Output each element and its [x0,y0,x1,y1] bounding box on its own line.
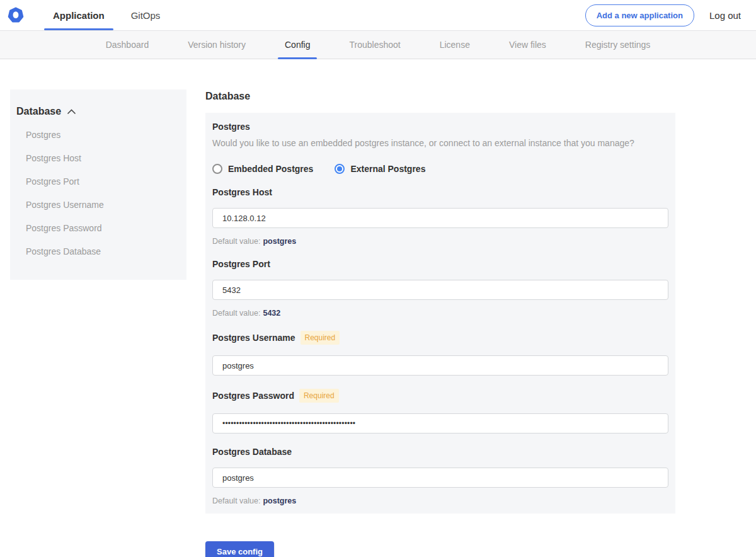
postgres-username-input[interactable] [212,355,668,376]
postgres-password-input[interactable] [212,413,668,434]
top-bar: ApplicationGitOps Add a new application … [0,0,756,30]
sidebar-group-database[interactable]: Database [16,103,180,123]
sidebar-item-postgres-host[interactable]: Postgres Host [16,147,180,170]
sidebar-item-postgres-password[interactable]: Postgres Password [16,217,180,240]
field-postgres: PostgresWould you like to use an embedde… [212,122,668,174]
logout-link[interactable]: Log out [709,10,741,21]
radio-group: Embedded PostgresExternal Postgres [212,164,668,174]
default-value-prefix: Default value: [212,309,260,318]
add-new-application-button[interactable]: Add a new application [585,4,694,26]
sidebar-item-postgres-username[interactable]: Postgres Username [16,193,180,217]
required-badge: Required [301,331,340,345]
sidebar-item-postgres[interactable]: Postgres [16,123,180,147]
config-sidebar: Database PostgresPostgres HostPostgres P… [10,89,186,280]
default-value-line: Default value:5432 [212,309,668,318]
postgres-database-input[interactable] [212,468,668,488]
required-badge: Required [299,389,339,403]
top-tab-gitops[interactable]: GitOps [122,0,169,30]
field-label: Postgres Host [212,187,272,197]
field-label-row: Postgres Database [212,447,668,457]
field-postgres-password: Postgres PasswordRequired [212,389,668,434]
field-label-row: Postgres [212,122,668,132]
default-value-line: Default value:postgres [212,237,668,246]
radio-option-external-postgres[interactable]: External Postgres [335,164,425,174]
field-label: Postgres [212,122,250,132]
postgres-port-input[interactable] [212,280,668,300]
default-value-prefix: Default value: [212,497,260,505]
field-postgres-host: Postgres HostDefault value:postgres [212,187,668,246]
field-label: Postgres Port [212,259,270,269]
field-postgres-username: Postgres UsernameRequired [212,331,668,376]
field-postgres-port: Postgres PortDefault value:5432 [212,259,668,318]
field-label: Postgres Password [212,391,294,401]
radio-option-label: Embedded Postgres [228,164,313,174]
subnav-tab-config[interactable]: Config [285,31,310,59]
field-label-row: Postgres Port [212,259,668,269]
field-label: Postgres Username [212,333,295,343]
field-help-text: Would you like to use an embedded postgr… [212,138,668,148]
chevron-up-icon [67,106,76,117]
app-logo-icon [8,7,24,23]
radio-option-embedded-postgres[interactable]: Embedded Postgres [212,164,313,174]
sidebar-group-title: Database [16,106,61,117]
field-label-row: Postgres UsernameRequired [212,331,668,345]
radio-selected-icon [335,164,345,174]
sidebar-item-list: PostgresPostgres HostPostgres PortPostgr… [16,123,180,263]
section-title: Database [205,91,675,102]
sidebar-item-postgres-database[interactable]: Postgres Database [16,240,180,263]
default-value: 5432 [263,309,280,318]
top-tab-application[interactable]: Application [44,0,113,30]
subnav-tab-dashboard[interactable]: Dashboard [106,31,149,59]
postgres-host-input[interactable] [212,208,668,228]
sidebar-item-postgres-port[interactable]: Postgres Port [16,170,180,193]
subnav-tab-version-history[interactable]: Version history [188,31,246,59]
radio-unselected-icon [212,164,222,174]
subnav-tabs: DashboardVersion historyConfigTroublesho… [106,31,651,59]
field-label: Postgres Database [212,447,292,457]
app-subnav: DashboardVersion historyConfigTroublesho… [0,30,756,59]
default-value-prefix: Default value: [212,237,260,246]
radio-option-label: External Postgres [350,164,425,174]
save-config-button[interactable]: Save config [205,541,274,557]
config-content: Database PostgresPostgres HostPostgres P… [0,59,756,557]
default-value: postgres [263,237,296,246]
subnav-tab-license[interactable]: License [440,31,470,59]
top-bar-actions: Add a new application Log out [585,4,741,26]
field-label-row: Postgres PasswordRequired [212,389,668,403]
default-value: postgres [263,497,296,505]
top-tabs: ApplicationGitOps [44,0,178,30]
subnav-tab-troubleshoot[interactable]: Troubleshoot [349,31,400,59]
subnav-tab-registry-settings[interactable]: Registry settings [585,31,650,59]
config-panel: PostgresWould you like to use an embedde… [205,113,675,514]
subnav-tab-view-files[interactable]: View files [509,31,546,59]
default-value-line: Default value:postgres [212,497,668,505]
field-postgres-database: Postgres DatabaseDefault value:postgres [212,447,668,505]
config-main: Database PostgresWould you like to use a… [205,89,675,557]
field-label-row: Postgres Host [212,187,668,197]
